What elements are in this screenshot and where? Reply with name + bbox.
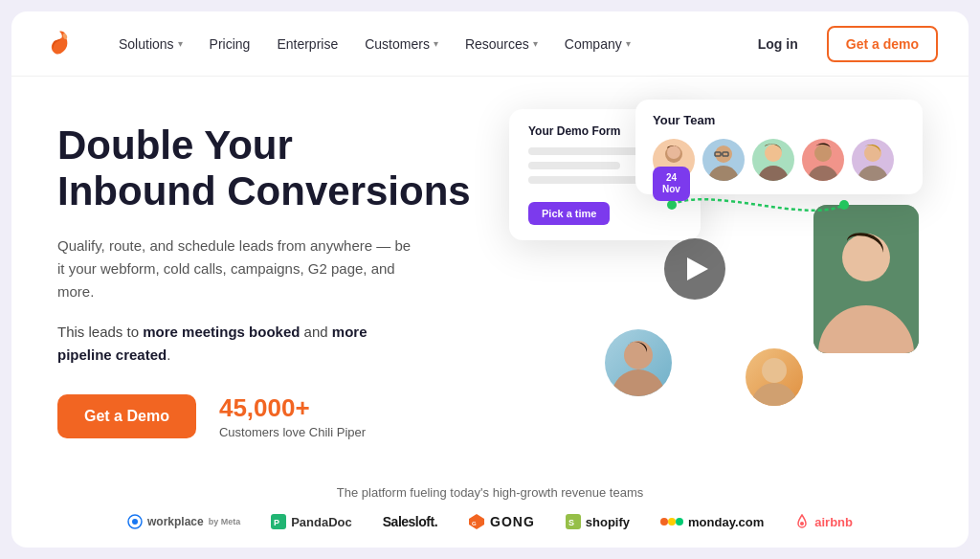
- svg-text:G: G: [472, 521, 477, 526]
- main-wrapper: Solutions ▾ Pricing Enterprise Customers…: [11, 11, 969, 548]
- person-icon-4: [802, 139, 844, 181]
- monday-logo: monday.com: [660, 515, 764, 529]
- pandadoc-logo: P PandaDoc: [271, 514, 352, 529]
- svg-point-12: [858, 166, 888, 181]
- company-chevron: ▾: [626, 38, 631, 49]
- nav-links: Solutions ▾ Pricing Enterprise Customers…: [107, 29, 741, 59]
- person-photo-3: [605, 329, 672, 396]
- svg-text:P: P: [274, 518, 279, 527]
- date-badge: 24 Nov: [653, 167, 690, 201]
- svg-point-13: [864, 145, 881, 162]
- person-icon-2: [702, 139, 745, 181]
- navbar: Solutions ▾ Pricing Enterprise Customers…: [11, 11, 969, 77]
- person-photo-4: [746, 348, 803, 406]
- hero-right: Your Demo Form Pick a time Your Team: [509, 100, 923, 425]
- svg-point-21: [762, 358, 787, 383]
- connection-line: [662, 176, 854, 234]
- monday-icon: [660, 516, 683, 527]
- svg-point-23: [839, 200, 849, 210]
- resources-chevron: ▾: [533, 38, 538, 49]
- salesloft-logo: Salesloft.: [383, 514, 437, 529]
- workplace-logo: workplace by Meta: [127, 514, 240, 529]
- svg-point-4: [715, 145, 732, 163]
- logos-row: workplace by Meta P PandaDoc Salesloft.: [42, 513, 938, 530]
- nav-actions: Log in Get a demo: [741, 26, 938, 62]
- svg-point-17: [842, 234, 890, 281]
- nav-company[interactable]: Company ▾: [553, 29, 642, 59]
- social-proof-number: 45,000+: [219, 393, 366, 423]
- nav-enterprise[interactable]: Enterprise: [265, 29, 349, 59]
- hero-title: Double Your Inbound Conversions: [57, 123, 471, 215]
- person-face-3: [605, 329, 672, 396]
- hero-left: Double Your Inbound Conversions Qualify,…: [57, 107, 471, 439]
- play-icon: [687, 257, 708, 280]
- person-icon-5: [852, 139, 894, 181]
- hero-section: Double Your Inbound Conversions Qualify,…: [11, 77, 969, 472]
- svg-point-34: [668, 518, 676, 525]
- airbnb-logo: airbnb: [794, 514, 853, 529]
- gong-icon: G: [468, 513, 485, 530]
- avatar-5: [852, 139, 894, 181]
- svg-point-33: [660, 518, 668, 525]
- svg-point-24: [667, 200, 677, 210]
- team-card-title: Your Team: [653, 113, 905, 127]
- shopify-icon: S: [566, 514, 581, 529]
- hero-cta-row: Get a Demo 45,000+ Customers love Chili …: [57, 393, 471, 439]
- svg-point-22: [751, 383, 797, 406]
- nav-customers[interactable]: Customers ▾: [353, 29, 450, 59]
- form-line-3: [528, 176, 651, 184]
- bottom-bar-label: The platform fueling today's high-growth…: [42, 485, 938, 500]
- svg-point-26: [132, 519, 138, 525]
- social-proof: 45,000+ Customers love Chili Piper: [219, 393, 366, 439]
- gong-logo: G GONG: [468, 513, 535, 530]
- pick-time-button[interactable]: Pick a time: [528, 202, 610, 225]
- svg-point-35: [676, 518, 683, 525]
- svg-point-11: [814, 145, 832, 162]
- hero-emphasis: This leads to more meetings booked and m…: [57, 321, 421, 367]
- login-button[interactable]: Log in: [741, 28, 815, 60]
- avatar-4: [802, 139, 844, 181]
- svg-point-20: [612, 369, 665, 396]
- bottom-bar: The platform fueling today's high-growth…: [11, 472, 969, 548]
- customers-chevron: ▾: [434, 38, 438, 49]
- social-proof-label: Customers love Chili Piper: [219, 425, 366, 439]
- logo[interactable]: [42, 27, 77, 61]
- solutions-chevron: ▾: [178, 38, 183, 49]
- shopify-logo: S shopify: [566, 514, 630, 529]
- nav-resources[interactable]: Resources ▾: [454, 29, 549, 59]
- video-play-button[interactable]: [664, 238, 725, 300]
- avatar-2: [702, 139, 745, 181]
- svg-point-19: [624, 341, 653, 369]
- nav-pricing[interactable]: Pricing: [198, 29, 262, 59]
- form-line-2: [528, 162, 620, 169]
- form-line-1: [528, 147, 651, 155]
- svg-point-36: [800, 522, 804, 525]
- workplace-icon: [127, 514, 143, 529]
- nav-demo-button[interactable]: Get a demo: [827, 26, 938, 62]
- pandadoc-icon: P: [271, 514, 286, 529]
- avatar-3: [752, 139, 794, 181]
- nav-solutions[interactable]: Solutions ▾: [107, 29, 194, 59]
- airbnb-icon: [794, 514, 810, 529]
- hero-demo-button[interactable]: Get a Demo: [57, 394, 196, 438]
- svg-point-2: [667, 145, 680, 159]
- logo-icon: [42, 27, 77, 61]
- person-icon-3: [752, 139, 794, 181]
- person-face-4: [746, 348, 803, 406]
- hero-subtitle: Qualify, route, and schedule leads from …: [57, 235, 421, 303]
- team-avatars: [653, 139, 905, 181]
- svg-text:S: S: [568, 518, 574, 527]
